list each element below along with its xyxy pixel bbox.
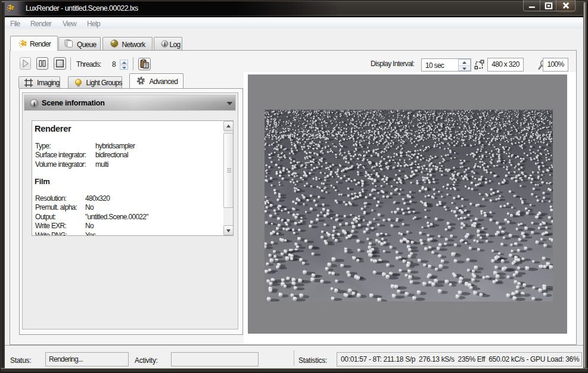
svg-text:i: i xyxy=(33,100,35,107)
svg-text:i: i xyxy=(164,41,166,47)
